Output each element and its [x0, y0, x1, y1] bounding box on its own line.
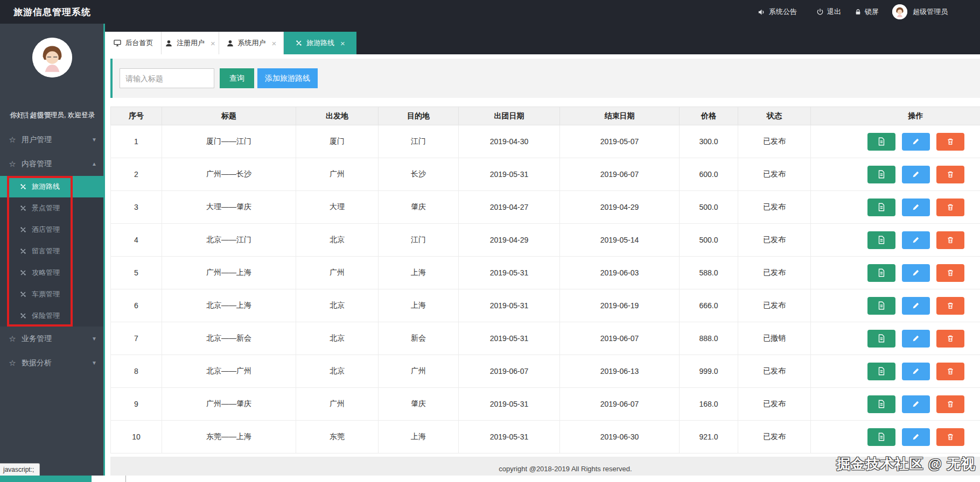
- sidebar-item-label: 数据分析: [22, 358, 52, 368]
- submenu-item-景点管理[interactable]: 景点管理: [0, 197, 103, 219]
- app-window: 旅游信息管理系统 系统公告退出锁屏超级管理员 后台首页注册用户×系统用户×旅游路…: [0, 0, 980, 482]
- delete-button[interactable]: [936, 133, 964, 151]
- content-area: 查询 添加旅游路线 序号标题出发地目的地出团日期结束日期价格状态操作 1厦门——…: [105, 54, 980, 476]
- view-button[interactable]: [867, 395, 895, 413]
- user-icon: [226, 39, 234, 47]
- view-button[interactable]: [867, 428, 895, 446]
- edit-button[interactable]: [902, 330, 930, 348]
- sidebar: 你好！超级管理员, 欢迎登录 ☆后台首页☆用户管理▼☆内容管理▲旅游路线景点管理…: [0, 24, 105, 476]
- delete-button[interactable]: [936, 428, 964, 446]
- user-avatar-small[interactable]: [892, 4, 907, 19]
- column-header-状态: 状态: [738, 107, 811, 125]
- delete-button[interactable]: [936, 363, 964, 380]
- edit-button[interactable]: [902, 133, 930, 151]
- column-header-序号: 序号: [111, 107, 162, 125]
- edit-button[interactable]: [902, 363, 930, 380]
- document-icon: [877, 235, 886, 245]
- add-route-button[interactable]: 添加旅游路线: [257, 68, 318, 88]
- cell-目的地: 肇庆: [379, 388, 459, 421]
- cell-目的地: 广州: [379, 355, 459, 388]
- view-button[interactable]: [867, 363, 895, 380]
- delete-button[interactable]: [936, 199, 964, 216]
- view-button[interactable]: [867, 166, 895, 183]
- view-button[interactable]: [867, 231, 895, 249]
- title-search-input[interactable]: [120, 68, 214, 88]
- cell-目的地: 江门: [379, 125, 459, 158]
- tab-close-icon[interactable]: ×: [211, 39, 215, 47]
- copyright-text: copyright @2018-2019 All Rights reserved…: [499, 465, 632, 473]
- cell-标题: 广州——肇庆: [162, 388, 296, 421]
- delete-button[interactable]: [936, 330, 964, 348]
- announcement-button[interactable]: 系统公告: [758, 7, 797, 17]
- view-button[interactable]: [867, 199, 895, 216]
- cell-序号: 3: [111, 191, 162, 224]
- submenu-item-留言管理[interactable]: 留言管理: [0, 240, 103, 262]
- sidebar-item-后台首页[interactable]: ☆后台首页: [0, 103, 103, 127]
- document-icon: [877, 137, 886, 146]
- edit-button[interactable]: [902, 428, 930, 446]
- tab-后台首页[interactable]: 后台首页: [105, 32, 162, 54]
- trash-icon: [946, 203, 955, 211]
- cell-状态: 已发布: [738, 224, 811, 257]
- delete-button[interactable]: [936, 231, 964, 249]
- edit-button[interactable]: [902, 297, 930, 315]
- submenu-item-车票管理[interactable]: 车票管理: [0, 283, 103, 305]
- cell-出发地: 北京: [296, 224, 379, 257]
- row-actions: [811, 166, 980, 183]
- submenu-item-旅游路线[interactable]: 旅游路线: [0, 176, 105, 197]
- cell-操作: [811, 322, 980, 355]
- edit-button[interactable]: [902, 199, 930, 216]
- submenu-item-酒店管理[interactable]: 酒店管理: [0, 219, 103, 240]
- edit-button[interactable]: [902, 231, 930, 249]
- chevron-down-icon: ▼: [92, 360, 97, 366]
- edit-button[interactable]: [902, 264, 930, 282]
- cell-价格: 921.0: [680, 421, 738, 453]
- tab-label: 旅游路线: [306, 38, 334, 48]
- sidebar-menu: ☆后台首页☆用户管理▼☆内容管理▲旅游路线景点管理酒店管理留言管理攻略管理车票管…: [0, 103, 103, 375]
- document-icon: [877, 366, 886, 376]
- cell-目的地: 上海: [379, 257, 459, 289]
- view-button[interactable]: [867, 330, 895, 348]
- cell-出团日期: 2019-05-31: [459, 388, 560, 421]
- trash-icon: [946, 334, 955, 343]
- logout-button[interactable]: 退出: [816, 7, 841, 17]
- submenu-item-label: 保险管理: [32, 311, 60, 321]
- tab-label: 注册用户: [177, 38, 205, 48]
- sidebar-item-内容管理[interactable]: ☆内容管理▲: [0, 152, 103, 176]
- delete-button[interactable]: [936, 297, 964, 315]
- sidebar-item-业务管理[interactable]: ☆业务管理▼: [0, 327, 103, 351]
- cell-价格: 168.0: [680, 388, 738, 421]
- query-button[interactable]: 查询: [220, 68, 254, 88]
- lockscreen-button-label: 锁屏: [865, 7, 879, 17]
- submenu-item-label: 攻略管理: [32, 268, 60, 278]
- view-button[interactable]: [867, 264, 895, 282]
- delete-button[interactable]: [936, 166, 964, 183]
- tab-系统用户[interactable]: 系统用户×: [219, 32, 284, 54]
- user-avatar-large: [32, 38, 72, 77]
- delete-button[interactable]: [936, 264, 964, 282]
- tab-close-icon[interactable]: ×: [340, 39, 345, 47]
- delete-button[interactable]: [936, 395, 964, 413]
- document-icon: [877, 169, 886, 179]
- view-button[interactable]: [867, 133, 895, 151]
- submenu-item-保险管理[interactable]: 保险管理: [0, 305, 103, 327]
- submenu-item-攻略管理[interactable]: 攻略管理: [0, 262, 103, 283]
- tab-注册用户[interactable]: 注册用户×: [162, 32, 219, 54]
- cell-结束日期: 2019-04-29: [560, 191, 680, 224]
- cell-出团日期: 2019-04-27: [459, 191, 560, 224]
- cell-结束日期: 2019-06-19: [560, 289, 680, 322]
- cell-目的地: 新会: [379, 322, 459, 355]
- sidebar-item-用户管理[interactable]: ☆用户管理▼: [0, 127, 103, 152]
- view-button[interactable]: [867, 297, 895, 315]
- tab-旅游路线[interactable]: 旅游路线×: [284, 32, 356, 54]
- lockscreen-button[interactable]: 锁屏: [855, 7, 879, 17]
- table-row: 1厦门——江门厦门江门2019-04-302019-05-07300.0已发布: [111, 125, 980, 158]
- tab-close-icon[interactable]: ×: [272, 39, 277, 47]
- edit-button[interactable]: [902, 166, 930, 183]
- cell-目的地: 上海: [379, 421, 459, 453]
- cell-出发地: 广州: [296, 388, 379, 421]
- pencil-icon: [912, 137, 920, 146]
- cell-出团日期: 2019-05-31: [459, 158, 560, 191]
- sidebar-item-数据分析[interactable]: ☆数据分析▼: [0, 351, 103, 375]
- edit-button[interactable]: [902, 395, 930, 413]
